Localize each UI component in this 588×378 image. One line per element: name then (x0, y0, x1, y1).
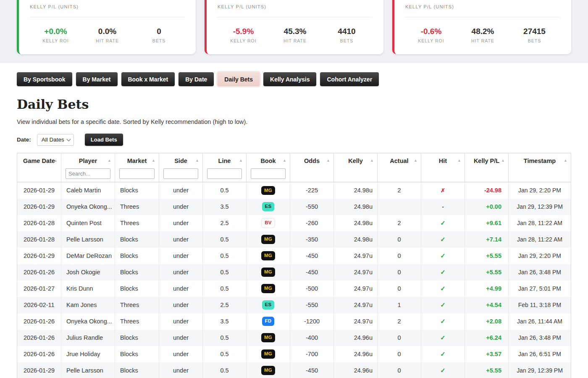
tab-by-date[interactable]: By Date (178, 72, 214, 86)
cell-side: under (159, 297, 203, 313)
column-filter-input[interactable] (251, 168, 286, 179)
cell-kelly-pl: +9.61 (465, 215, 509, 231)
tab-by-sportsbook[interactable]: By Sportsbook (17, 72, 72, 86)
column-header-kelly-p-l[interactable]: Kelly P/L ▲ (465, 153, 509, 182)
sort-asc-icon[interactable]: ▲ (326, 159, 330, 163)
column-filter-input[interactable] (163, 168, 198, 179)
stat-label: KELLY ROI (218, 38, 269, 43)
stat-label: BETS (509, 38, 560, 43)
date-label: Date: (17, 136, 31, 143)
hit-win-icon: ✓ (440, 301, 446, 308)
column-header-player[interactable]: Player ▲ (61, 153, 115, 182)
cell-side: under (159, 231, 203, 248)
column-header-market[interactable]: Market ▲ (115, 153, 159, 182)
tab-cohort-analyzer[interactable]: Cohort Analyzer (320, 72, 379, 86)
kelly-pl-value: -162.05 (405, 0, 560, 3)
column-header-kelly[interactable]: Kelly ▲ (334, 153, 378, 182)
bet-row: 2026-01-28 Quinten Post Threes under 2.5… (17, 215, 571, 231)
cell-kelly-pl: +7.14 (465, 231, 509, 248)
column-header-label: Game Date ▲ (19, 157, 59, 165)
sort-asc-icon[interactable]: ▲ (152, 159, 155, 163)
cell-player: Jrue Holiday (61, 346, 115, 362)
column-filter-input[interactable] (207, 168, 242, 179)
stat-value: 0.0% (81, 27, 133, 36)
cell-side: under (159, 313, 203, 330)
cell-kelly-pl: +2.08 (465, 313, 509, 330)
sort-asc-icon[interactable]: ▲ (501, 159, 505, 163)
cell-hit: - (421, 199, 465, 215)
column-header-label: Market ▲ (117, 157, 157, 165)
cell-game-date: 2026-01-28 (17, 215, 61, 231)
cell-hit: ✓ (421, 346, 465, 362)
tab-kelly-analysis[interactable]: Kelly Analysis (263, 72, 316, 86)
sort-asc-icon[interactable]: ▲ (414, 159, 417, 163)
sort-asc-icon[interactable]: ▲ (239, 159, 243, 163)
sort-asc-icon[interactable]: ▲ (108, 159, 111, 163)
sort-asc-icon[interactable]: ▲ (370, 159, 374, 163)
cell-kelly: 24.98u (334, 199, 378, 215)
cell-side: under (159, 215, 203, 231)
cell-actual: 0 (378, 346, 421, 362)
column-header-book[interactable]: Book ▲ (247, 153, 290, 182)
cell-line: 2.5 (203, 215, 247, 231)
hit-win-icon: ✓ (440, 236, 446, 243)
column-filter-input[interactable] (66, 168, 110, 179)
summary-section: 0.00 KELLY P/L (UNITS) +0.0% KELLY ROI 0… (0, 0, 588, 63)
cell-timestamp: Jan 29, 2:20 PM (509, 248, 571, 264)
stat-value: 27415 (509, 27, 560, 36)
column-header-label: Player ▲ (63, 157, 113, 165)
card-stat: 0 BETS (133, 27, 185, 43)
sort-asc-icon[interactable]: ▲ (195, 159, 199, 163)
stat-value: 48.2% (457, 27, 509, 36)
main-content: By SportsbookBy MarketBook x MarketBy Da… (0, 72, 588, 378)
sort-asc-icon[interactable]: ▲ (283, 159, 286, 163)
card-stats: +0.0% KELLY ROI 0.0% HIT RATE 0 BETS (30, 27, 185, 43)
book-badge: MG (261, 366, 275, 375)
hit-win-icon: ✓ (440, 268, 446, 276)
cell-line: 0.5 (203, 330, 247, 346)
book-badge: MG (261, 268, 275, 277)
column-header-label: Odds ▲ (292, 157, 331, 165)
stat-value: +0.0% (30, 27, 81, 36)
sort-asc-icon[interactable]: ▲ (457, 159, 461, 163)
column-header-odds[interactable]: Odds ▲ (290, 153, 334, 182)
cell-hit: ✓ (421, 231, 465, 248)
cell-book: MG (247, 231, 290, 248)
column-header-side[interactable]: Side ▲ (159, 153, 203, 182)
cell-game-date: 2026-01-26 (17, 346, 61, 362)
summary-card: -162.05 KELLY P/L (UNITS) -0.6% KELLY RO… (392, 0, 571, 54)
daily-bets-table: Game Date ▲ Player ▲ Market ▲ Side ▲ Lin… (17, 153, 571, 378)
bet-row: 2026-02-11 Kam Jones Threes under 2.5 ES… (17, 297, 571, 313)
book-badge: MG (261, 186, 275, 195)
tab-book-x-market[interactable]: Book x Market (121, 72, 175, 86)
column-filter-input[interactable] (119, 168, 155, 179)
column-header-hit[interactable]: Hit ▲ (421, 153, 465, 182)
cell-odds: -550 (290, 199, 334, 215)
cell-actual (378, 199, 421, 215)
cell-timestamp: Jan 26, 6:51 PM (509, 346, 571, 362)
cell-player: Caleb Martin (61, 182, 115, 199)
cell-odds: -700 (290, 346, 334, 362)
column-header-line[interactable]: Line ▲ (203, 153, 247, 182)
date-controls: Date: All Dates Load Bets (17, 134, 571, 146)
hit-loss-icon: ✗ (441, 187, 445, 194)
cell-timestamp: Jan 29, 12:39 PM (509, 199, 571, 215)
cell-line: 3.5 (203, 313, 247, 330)
column-header-label: Actual ▲ (380, 157, 419, 165)
sort-asc-icon[interactable]: ▲ (564, 159, 567, 163)
column-header-timestamp[interactable]: Timestamp ▲ (509, 153, 571, 182)
load-bets-button[interactable]: Load Bets (85, 134, 123, 146)
tab-by-market[interactable]: By Market (76, 72, 118, 86)
cell-market: Blocks (115, 182, 159, 199)
column-title: Line (218, 158, 231, 164)
date-select[interactable]: All Dates (37, 134, 74, 146)
book-badge: MG (261, 284, 275, 293)
column-header-actual[interactable]: Actual ▲ (378, 153, 421, 182)
column-header-game-date[interactable]: Game Date ▲ (17, 153, 61, 182)
summary-cards-row: 0.00 KELLY P/L (UNITS) +0.0% KELLY ROI 0… (17, 0, 571, 54)
tab-daily-bets[interactable]: Daily Bets (218, 72, 260, 86)
cell-market: Blocks (115, 362, 159, 378)
hit-win-icon: ✓ (440, 350, 446, 357)
sort-asc-icon[interactable]: ▲ (54, 159, 58, 163)
cell-kelly-pl: +5.55 (465, 264, 509, 281)
